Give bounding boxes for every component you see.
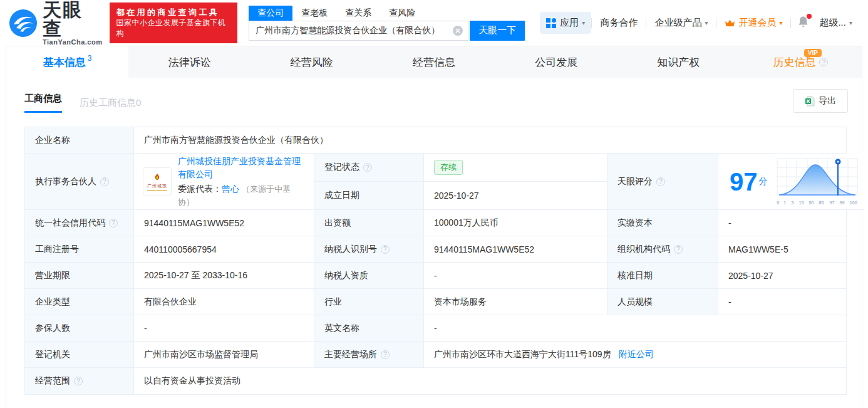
registration-number-label: 工商注册号 xyxy=(25,236,134,263)
search-input[interactable] xyxy=(249,21,468,41)
insured-count-label: 参保人数 xyxy=(25,315,134,342)
search-tab-risk[interactable]: 查风险 xyxy=(380,6,424,21)
help-icon[interactable]: ? xyxy=(100,177,109,186)
help-icon[interactable]: ? xyxy=(74,377,83,385)
english-name-value: - xyxy=(424,315,846,342)
tab-basic-info[interactable]: 基本信息 3 xyxy=(6,46,128,78)
help-icon[interactable]: ? xyxy=(363,163,372,172)
notifications-button[interactable] xyxy=(791,16,815,31)
top-header: 天眼查 TianYanCha.com 都在用的商业查询工具 国家中小企业发展子基… xyxy=(0,0,868,46)
registration-authority-value: 广州市南沙区市场监督管理局 xyxy=(134,342,314,368)
business-address-label: 主要经营场所? xyxy=(314,342,424,368)
tab-operating-info[interactable]: 经营信息 xyxy=(373,46,495,78)
tab-business-registration[interactable]: 工商信息 xyxy=(24,93,62,113)
clear-search-icon[interactable] xyxy=(453,26,463,36)
partner-company-logo[interactable]: 广州城投 xyxy=(143,167,172,196)
help-icon[interactable]: ? xyxy=(656,177,665,186)
business-term-value: 2025-10-27 至 2033-10-16 xyxy=(134,263,314,289)
taxpayer-quality-label: 纳税人资质 xyxy=(314,263,424,289)
table-row: 企业类型 有限合伙企业 行业 资本市场服务 人员规模 - xyxy=(25,289,846,315)
business-scope-value: 以自有资金从事投资活动 xyxy=(134,368,846,394)
table-row: 营业期限 2025-10-27 至 2033-10-16 纳税人资质 - 核准日… xyxy=(25,263,846,289)
paid-capital-label: 实缴资本 xyxy=(607,210,718,236)
promo-line-1: 都在用的商业查询工具 xyxy=(116,7,231,18)
search-tab-boss[interactable]: 查老板 xyxy=(292,6,336,21)
user-account-menu[interactable]: 超级... ▾ xyxy=(815,17,860,29)
score-distribution-chart: 01 315 5085 9799 100 xyxy=(777,157,858,206)
table-row: 参保人数 - 英文名称 - xyxy=(25,315,846,342)
business-term-label: 营业期限 xyxy=(25,263,134,289)
status-date-stack: 登记状态 ? 存续 成立日期 2025-10-27 xyxy=(314,154,607,210)
chevron-down-icon: ▾ xyxy=(849,19,852,26)
tab-intellectual-property[interactable]: 知识产权 xyxy=(617,46,740,78)
paid-capital-value: - xyxy=(718,210,846,236)
search-tabs: 查公司 查老板 查关系 查风险 xyxy=(249,6,525,21)
company-nav-tabs: 基本信息 3 法律诉讼 经营风险 经营信息 公司发展 知识产权 历史信息 ? V… xyxy=(6,46,862,78)
company-name-label: 企业名称 xyxy=(25,127,134,154)
apps-grid-icon xyxy=(546,18,556,28)
registration-status-value: 存续 xyxy=(424,154,607,182)
vip-badge: VIP xyxy=(804,49,822,57)
chevron-down-icon: ▾ xyxy=(779,19,782,26)
uscc-value: 91440115MAG1WW5E52 xyxy=(134,210,314,236)
promo-line-2: 国家中小企业发展子基金旗下机构 xyxy=(116,18,231,39)
open-vip-menu[interactable]: 开通会员 ▾ xyxy=(716,17,790,29)
tab-company-development[interactable]: 公司发展 xyxy=(495,46,617,78)
help-icon[interactable]: ? xyxy=(381,245,390,254)
excel-icon xyxy=(805,96,815,107)
help-icon[interactable]: ? xyxy=(381,350,390,359)
enterprise-products-menu[interactable]: 企业级产品 ▾ xyxy=(646,17,716,29)
tab-operating-risk[interactable]: 经营风险 xyxy=(251,46,373,78)
tab-history-info[interactable]: 历史信息 ? VIP xyxy=(740,46,862,78)
company-type-label: 企业类型 xyxy=(25,289,134,315)
table-row: 企业名称 广州市南方智慧能源投资合伙企业（有限合伙） xyxy=(25,127,846,154)
search-tab-relation[interactable]: 查关系 xyxy=(336,6,380,21)
chevron-down-icon: ▾ xyxy=(582,19,585,26)
taxpayer-quality-value: - xyxy=(424,263,607,289)
uscc-label: 统一社会信用代码? xyxy=(25,210,134,236)
crown-icon xyxy=(725,19,735,28)
staff-size-value: - xyxy=(718,289,846,315)
status-badge: 存续 xyxy=(434,160,463,175)
help-icon[interactable]: ? xyxy=(674,245,683,254)
tianyancha-logo-icon xyxy=(9,9,38,38)
capital-label: 出资额 xyxy=(314,210,424,236)
search-area: 查公司 查老板 查关系 查风险 天眼一下 xyxy=(249,6,525,41)
registration-number-value: 440110005667954 xyxy=(134,236,314,263)
search-tab-company[interactable]: 查公司 xyxy=(249,6,292,21)
english-name-label: 英文名称 xyxy=(314,315,424,342)
executive-partner-value: 广州城投 广州城投佳朋产业投资基金管理有限公司 委派代表：曾心 （来源于中基协） xyxy=(134,154,314,210)
export-button[interactable]: 导出 xyxy=(793,89,848,113)
search-button[interactable]: 天眼一下 xyxy=(470,21,525,41)
establishment-date-value: 2025-10-27 xyxy=(424,182,607,210)
table-row: 统一社会信用代码? 91440115MAG1WW5E52 出资额 100001万… xyxy=(25,210,846,236)
main-container: 基本信息 3 法律诉讼 经营风险 经营信息 公司发展 知识产权 历史信息 ? V… xyxy=(6,46,862,408)
help-icon[interactable]: ? xyxy=(819,58,828,66)
tab-count-badge: 3 xyxy=(88,54,92,63)
partner-company-link[interactable]: 广州城投佳朋产业投资基金管理有限公司 xyxy=(178,156,301,179)
tab-legal-litigation[interactable]: 法律诉讼 xyxy=(128,46,251,78)
approval-date-value: 2025-10-27 xyxy=(718,263,846,289)
table-row: 执行事务合伙人 ? 广州城投 广州城投佳朋产业投资基金管理有限公司 委派代表：曾… xyxy=(25,154,846,210)
business-cooperation-link[interactable]: 商务合作 xyxy=(592,17,646,29)
logo-title: 天眼查 xyxy=(43,1,102,38)
tianyancha-logo[interactable]: 天眼查 TianYanCha.com xyxy=(9,1,102,46)
insured-count-value: - xyxy=(134,315,314,342)
taxpayer-id-value: 91440115MAG1WW5E52 xyxy=(424,236,607,263)
subtab-row: 工商信息 历史工商信息0 导出 xyxy=(6,78,862,122)
score-label: 天眼评分 ? xyxy=(607,154,718,210)
apps-label: 应用 xyxy=(560,17,579,29)
industry-label: 行业 xyxy=(314,289,424,315)
org-code-value: MAG1WW5E-5 xyxy=(718,236,846,263)
representative-link[interactable]: 曾心 xyxy=(222,184,239,194)
capital-value: 100001万人民币 xyxy=(424,210,607,236)
tab-history-business-registration[interactable]: 历史工商信息0 xyxy=(80,97,141,109)
apps-menu[interactable]: 应用 ▾ xyxy=(540,12,591,34)
score-axis-ticks: 01 315 5085 9799 100 xyxy=(777,200,858,206)
nearby-companies-link[interactable]: 附近公司 xyxy=(619,349,654,360)
table-row: 登记机关 广州市南沙区市场监督管理局 主要经营场所? 广州市南沙区环市大道西海宁… xyxy=(25,342,846,368)
table-row: 工商注册号 440110005667954 纳税人识别号? 91440115MA… xyxy=(25,236,846,263)
partner-logo-emblem xyxy=(152,173,162,183)
help-icon[interactable]: ? xyxy=(109,219,118,228)
registration-authority-label: 登记机关 xyxy=(25,342,134,368)
